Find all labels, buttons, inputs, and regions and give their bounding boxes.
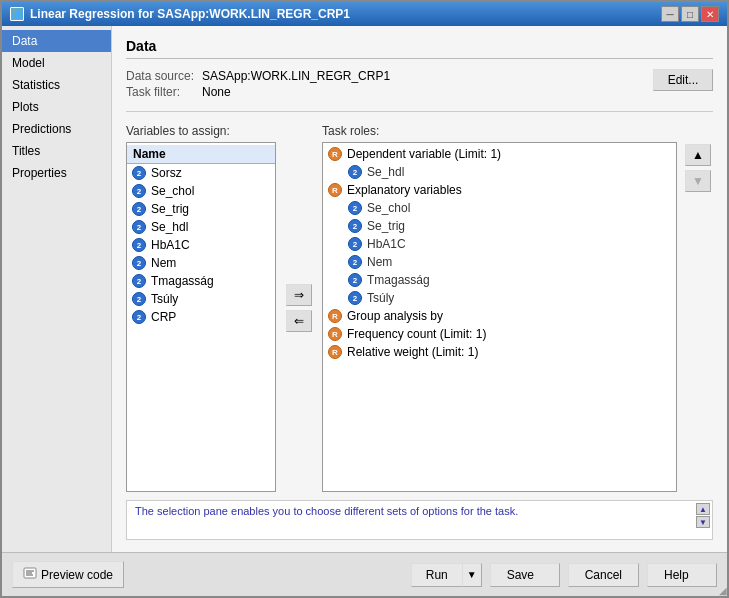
close-button[interactable]: ✕	[701, 6, 719, 22]
section-title: Data	[126, 38, 713, 59]
assign-left-button[interactable]: ⇐	[286, 310, 312, 332]
assign-right-button[interactable]: ⇒	[286, 284, 312, 306]
footer: Preview code Run ▼ Save Cancel Help ◢	[2, 552, 727, 596]
datasource-row-source: Data source: SASApp:WORK.LIN_REGR_CRP1	[126, 69, 653, 83]
svg-rect-1	[15, 12, 17, 19]
footer-left: Preview code	[12, 561, 403, 588]
role-item-weight[interactable]: R Relative weight (Limit: 1)	[323, 343, 676, 361]
run-button[interactable]: Run	[411, 563, 462, 587]
sidebar-item-titles[interactable]: Titles	[2, 140, 111, 162]
help-button[interactable]: Help	[647, 563, 717, 587]
cancel-button[interactable]: Cancel	[568, 563, 639, 587]
list-item[interactable]: 2 HbA1C	[127, 236, 275, 254]
role-icon-weight: R	[327, 344, 343, 360]
sidebar-item-data[interactable]: Data	[2, 30, 111, 52]
scroll-buttons: ▲ ▼	[683, 142, 713, 194]
roles-label: Task roles:	[322, 124, 677, 138]
list-item[interactable]: 2 Tmagasság	[127, 272, 275, 290]
window-title: Linear Regression for SASApp:WORK.LIN_RE…	[30, 7, 350, 21]
preview-code-button[interactable]: Preview code	[12, 561, 124, 588]
role-item-tmagassag[interactable]: 2 Tmagasság	[323, 271, 676, 289]
variables-listbox[interactable]: Name 2 Sorsz 2 Se_chol 2 Se_trig	[126, 142, 276, 492]
minimize-button[interactable]: ─	[661, 6, 679, 22]
roles-panel: Task roles: R Dependent variable (Limit:…	[322, 124, 677, 492]
list-item[interactable]: 2 Nem	[127, 254, 275, 272]
resize-handle[interactable]: ◢	[719, 585, 727, 596]
filter-label: Task filter:	[126, 85, 196, 99]
titlebar: Linear Regression for SASApp:WORK.LIN_RE…	[2, 2, 727, 26]
info-text: The selection pane enables you to choose…	[135, 505, 518, 517]
var-icon-tsuly-role: 2	[347, 290, 363, 306]
info-text-area: The selection pane enables you to choose…	[126, 500, 713, 540]
variables-header: Name	[127, 145, 275, 164]
role-item-setrig[interactable]: 2 Se_trig	[323, 217, 676, 235]
role-item-frequency[interactable]: R Frequency count (Limit: 1)	[323, 325, 676, 343]
role-icon-frequency: R	[327, 326, 343, 342]
datasource-area: Data source: SASApp:WORK.LIN_REGR_CRP1 T…	[126, 69, 713, 112]
role-item-dependent[interactable]: R Dependent variable (Limit: 1)	[323, 145, 676, 163]
preview-btn-label: Preview code	[41, 568, 113, 582]
role-item-tsuly[interactable]: 2 Tsúly	[323, 289, 676, 307]
role-item-nem[interactable]: 2 Nem	[323, 253, 676, 271]
content-area: Data Model Statistics Plots Predictions …	[2, 26, 727, 552]
save-button[interactable]: Save	[490, 563, 560, 587]
role-icon-group: R	[327, 308, 343, 324]
datasource-row-filter: Task filter: None	[126, 85, 653, 99]
var-icon-tmagassag-role: 2	[347, 272, 363, 288]
svg-rect-0	[12, 14, 14, 19]
list-item[interactable]: 2 Tsúly	[127, 290, 275, 308]
var-icon-nem: 2	[131, 255, 147, 271]
role-icon-explanatory: R	[327, 182, 343, 198]
datasource-labels: Data source: SASApp:WORK.LIN_REGR_CRP1 T…	[126, 69, 653, 101]
edit-button[interactable]: Edit...	[653, 69, 713, 91]
var-icon-setrig-role: 2	[347, 218, 363, 234]
sidebar: Data Model Statistics Plots Predictions …	[2, 26, 112, 552]
sidebar-item-properties[interactable]: Properties	[2, 162, 111, 184]
list-item[interactable]: 2 Sorsz	[127, 164, 275, 182]
run-button-group: Run ▼	[411, 563, 482, 587]
role-item-sehdl[interactable]: 2 Se_hdl	[323, 163, 676, 181]
assignment-area: Variables to assign: Name 2 Sorsz 2 Se_c…	[126, 124, 713, 492]
variables-label: Variables to assign:	[126, 124, 276, 138]
role-item-sechol[interactable]: 2 Se_chol	[323, 199, 676, 217]
titlebar-buttons: ─ □ ✕	[661, 6, 719, 22]
var-icon-sehdl: 2	[131, 219, 147, 235]
maximize-button[interactable]: □	[681, 6, 699, 22]
variables-panel: Variables to assign: Name 2 Sorsz 2 Se_c…	[126, 124, 276, 492]
list-item[interactable]: 2 Se_trig	[127, 200, 275, 218]
sidebar-item-plots[interactable]: Plots	[2, 96, 111, 118]
role-item-hba1c[interactable]: 2 HbA1C	[323, 235, 676, 253]
var-icon-sehdl-role: 2	[347, 164, 363, 180]
run-dropdown-button[interactable]: ▼	[462, 563, 482, 587]
role-icon-dependent: R	[327, 146, 343, 162]
main-panel: Data Data source: SASApp:WORK.LIN_REGR_C…	[112, 26, 727, 552]
role-item-group[interactable]: R Group analysis by	[323, 307, 676, 325]
scroll-down-button[interactable]: ▼	[685, 170, 711, 192]
info-scroll-buttons: ▲ ▼	[696, 503, 710, 528]
sidebar-item-predictions[interactable]: Predictions	[2, 118, 111, 140]
info-scroll-up[interactable]: ▲	[696, 503, 710, 515]
sidebar-item-statistics[interactable]: Statistics	[2, 74, 111, 96]
list-item[interactable]: 2 Se_chol	[127, 182, 275, 200]
arrow-buttons: ⇒ ⇐	[282, 284, 316, 332]
info-scroll-down[interactable]: ▼	[696, 516, 710, 528]
source-label: Data source:	[126, 69, 196, 83]
var-icon-crp: 2	[131, 309, 147, 325]
var-icon-setrig: 2	[131, 201, 147, 217]
roles-listbox[interactable]: R Dependent variable (Limit: 1) 2 Se_hdl…	[322, 142, 677, 492]
list-item[interactable]: 2 Se_hdl	[127, 218, 275, 236]
titlebar-left: Linear Regression for SASApp:WORK.LIN_RE…	[10, 7, 350, 21]
var-icon-nem-role: 2	[347, 254, 363, 270]
var-icon-tsuly: 2	[131, 291, 147, 307]
var-icon-hba1c-role: 2	[347, 236, 363, 252]
list-item[interactable]: 2 CRP	[127, 308, 275, 326]
svg-rect-2	[18, 10, 20, 19]
sidebar-item-model[interactable]: Model	[2, 52, 111, 74]
role-item-explanatory[interactable]: R Explanatory variables	[323, 181, 676, 199]
var-icon-tmagassag: 2	[131, 273, 147, 289]
source-value: SASApp:WORK.LIN_REGR_CRP1	[202, 69, 390, 83]
scroll-up-button[interactable]: ▲	[685, 144, 711, 166]
var-icon-sechol-role: 2	[347, 200, 363, 216]
main-window: Linear Regression for SASApp:WORK.LIN_RE…	[0, 0, 729, 598]
svg-rect-3	[21, 9, 23, 19]
